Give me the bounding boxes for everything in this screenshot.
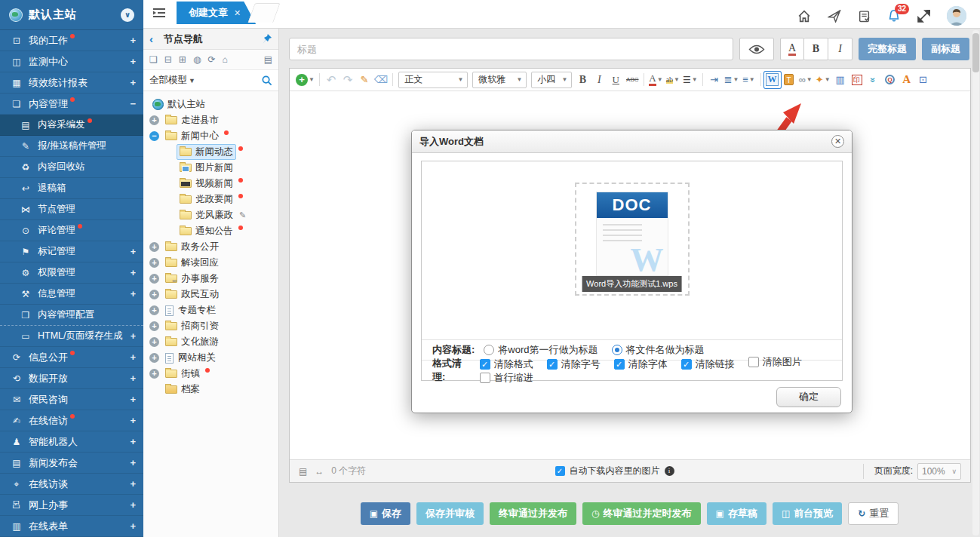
expand-plus-icon[interactable]: + [131,268,136,278]
auto-download-checkbox[interactable]: ✓ [555,466,565,476]
home-icon[interactable] [797,10,811,23]
panel-back-icon[interactable]: ‹ [149,33,153,44]
tab-create-article[interactable]: 创建文章 ✕ [177,2,256,24]
strikethrough-button[interactable]: ABC [624,72,641,88]
layout-columns-button[interactable]: ▥ [832,72,849,88]
radio-title-option-2[interactable]: 将文件名做为标题 [612,343,705,357]
expand-plus-icon[interactable]: + [130,351,136,363]
expand-node-icon[interactable]: + [149,369,159,379]
reset-button[interactable]: ↻重置 [848,502,899,525]
pin-icon[interactable] [261,33,272,44]
collapse-node-icon[interactable]: − [149,131,159,141]
tree-node-root-site[interactable]: 默认主站 [146,97,275,112]
doc-generate-icon[interactable]: ⟳ [207,55,215,64]
checkbox-icon[interactable]: ✓ [547,359,558,370]
expand-plus-icon[interactable]: + [130,457,136,468]
search-replace-button[interactable]: Q [882,72,899,88]
expand-node-icon[interactable]: + [149,321,159,331]
tree-node-notice-announcement[interactable]: 通知公告 [146,223,275,239]
tree-node-service-matters[interactable]: +办事服务 [146,271,275,287]
fullscreen-button[interactable]: ⊡ [915,72,932,88]
tree-node-archives[interactable]: 档案 [146,382,275,397]
tree-node-news-dynamics[interactable]: 新闻动态 [146,144,275,160]
expand-all-icon[interactable]: ⊞ [179,55,186,64]
title-color-button[interactable]: A [780,38,804,60]
expand-plus-icon[interactable]: + [131,247,136,257]
sidebar-item-html-cache[interactable]: ▭HTML/页面缓存生成+ [0,326,143,347]
tree-node-streets-towns[interactable]: +街镇 [146,366,275,382]
paste-text-button[interactable]: T [781,72,797,88]
link-button[interactable]: ∞▼ [797,72,814,88]
italic-button[interactable]: I [591,72,607,88]
checkbox-icon[interactable] [480,373,490,383]
word-import-button[interactable]: W [764,72,781,88]
home-page-icon[interactable]: ⌂ [222,55,227,64]
expand-plus-icon[interactable]: + [130,415,136,426]
expand-node-icon[interactable]: + [149,242,159,252]
sidebar-item-permission-management[interactable]: ⚙权限管理+ [0,262,143,284]
redo-button[interactable]: ↷ [339,72,356,88]
sidebar-item-content-editing[interactable]: ▤内容采编发 [0,115,143,136]
expand-node-icon[interactable]: + [149,258,159,268]
expand-plus-icon[interactable]: + [130,35,136,46]
sidebar-item-press-conference[interactable]: ▤新闻发布会+ [0,453,143,474]
ordered-list-button[interactable]: ≣▼ [723,72,741,88]
sidebar-item-returned-drafts[interactable]: ↩退稿箱 [0,178,143,199]
element-path-icon[interactable]: ▤ [299,466,307,477]
font-family-select[interactable]: 微软雅▼ [472,72,527,88]
tree-node-investment[interactable]: +招商引资 [146,318,275,334]
checkbox-clean-option-1[interactable]: ✓清除格式 [480,357,533,371]
eraser-button[interactable]: ⌫ [373,72,389,88]
fullscreen-icon[interactable] [917,10,930,23]
node-search-input[interactable] [198,75,258,87]
sidebar-item-online-forms[interactable]: ▥在线表单+ [0,516,143,537]
underline-button[interactable]: U [607,72,624,88]
expand-node-icon[interactable]: + [149,305,159,315]
sidebar-item-content-config[interactable]: ❒内容管理配置 [0,305,143,326]
sidebar-item-my-work[interactable]: ⊡我的工作+ [0,30,143,51]
title-preview-eye-button[interactable] [739,38,774,60]
sidebar-item-comment-management[interactable]: ⊙评论管理 [0,220,143,241]
tree-node-photo-news[interactable]: 图片新闻 [146,160,275,176]
sidebar-item-content-management[interactable]: ❏内容管理− [0,94,143,115]
expand-plus-icon[interactable]: + [130,56,136,67]
expand-plus-icon[interactable]: + [130,77,136,88]
paragraph-select[interactable]: 正文▼ [398,72,468,88]
tree-node-county-city[interactable]: +走进县市 [146,112,275,128]
expand-node-icon[interactable]: + [149,115,159,125]
tree-node-interpretation-response[interactable]: +解读回应 [146,255,275,271]
sidebar-item-info-management[interactable]: ⚒信息管理+ [0,284,143,305]
expand-plus-icon[interactable]: + [130,499,136,511]
final-publish-button[interactable]: 终审通过并发布 [490,502,576,525]
expand-plus-icon[interactable]: + [130,373,136,384]
sidebar-item-content-recycle[interactable]: ♻内容回收站 [0,157,143,178]
copy-node-icon[interactable]: ❏ [149,55,158,64]
tree-node-party-gov-news[interactable]: 党政要闻 [146,192,275,207]
tree-node-website-related[interactable]: +网站相关 [146,350,275,366]
checkbox-clean-option-6[interactable]: 首行缩进 [480,371,533,385]
site-switcher-chevron-icon[interactable]: ∨ [121,8,134,22]
quick-send-icon[interactable] [828,10,841,23]
main-scrollbar-thumb[interactable] [972,33,979,72]
font-size-select[interactable]: 小四▼ [531,72,572,88]
title-italic-button[interactable]: I [828,38,853,60]
front-preview-button[interactable]: ◫前台预览 [773,502,842,525]
resize-editor-icon[interactable]: ↔ [315,466,324,477]
checkbox-icon[interactable]: ✓ [480,359,490,370]
save-draft-button[interactable]: ▣存草稿 [707,502,766,525]
insert-plus-button[interactable]: +▼ [294,72,316,88]
file-dropzone[interactable]: DOC W Word导入功能测试1.wps [575,183,690,296]
expand-plus-icon[interactable]: + [131,289,136,299]
checkbox-clean-option-4[interactable]: ✓清除链接 [681,357,735,371]
checkbox-clean-option-3[interactable]: ✓清除字体 [614,357,668,371]
expand-plus-icon[interactable]: + [130,478,136,489]
tree-node-gov-citizen-interaction[interactable]: +政民互动 [146,287,275,302]
collapse-minus-icon[interactable]: − [130,98,136,109]
checkbox-icon[interactable] [748,357,759,367]
sidebar-item-online-petition[interactable]: ✍在线信访+ [0,410,143,431]
expand-plus-icon[interactable]: + [130,394,136,405]
sidebar-item-online-services[interactable]: 呂网上办事+ [0,495,143,516]
format-brush-button[interactable]: ✎ [356,72,373,88]
checkbox-clean-option-2[interactable]: ✓清除字号 [547,357,601,371]
sidebar-item-performance-reports[interactable]: ▦绩效统计报表+ [0,72,143,94]
